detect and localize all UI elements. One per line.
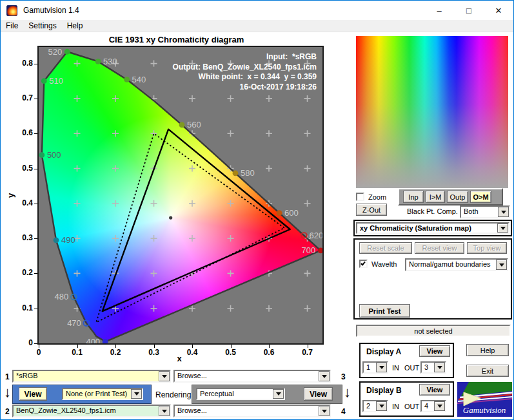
reset-scale-button[interactable]: Reset scale bbox=[359, 242, 412, 254]
grid-mark bbox=[228, 235, 234, 242]
none-print-test-select[interactable]: None (or Print Test) bbox=[62, 388, 143, 400]
wavelth-checkbox-label: Wavelth bbox=[371, 260, 397, 268]
boundaries-select[interactable]: Normal/gamut boundaries bbox=[405, 258, 508, 271]
wavelength-label: 600 bbox=[284, 208, 299, 218]
black-pt-comp-select[interactable]: Both bbox=[460, 205, 510, 218]
grid-mark bbox=[228, 200, 234, 207]
plot-area[interactable]: 4004704804905005105205305405605806006207… bbox=[37, 46, 324, 345]
browse-4-select[interactable]: Browse... bbox=[173, 405, 331, 417]
dropdown-arrow-icon[interactable] bbox=[498, 207, 509, 217]
view-left-button[interactable]: View bbox=[19, 387, 47, 401]
dropdown-arrow-icon[interactable] bbox=[159, 406, 170, 416]
browse-3-select[interactable]: Browse... bbox=[173, 370, 331, 383]
print-test-button[interactable]: Print Test bbox=[359, 304, 410, 318]
gamut-output-monitor bbox=[103, 129, 290, 311]
ticklabel-y: 0.1 bbox=[12, 303, 33, 312]
wavelength-label: 500 bbox=[47, 150, 61, 160]
ticklabel-y: 0.8 bbox=[12, 59, 33, 68]
display-a-view-button[interactable]: View bbox=[419, 345, 450, 357]
dropdown-arrow-icon[interactable] bbox=[159, 371, 170, 381]
display-a-out-select[interactable]: 3 bbox=[420, 361, 446, 374]
input-profile-select[interactable]: *sRGB bbox=[12, 370, 171, 383]
zoom-checkbox[interactable] bbox=[356, 193, 364, 201]
grid-mark bbox=[304, 166, 311, 172]
menu-help[interactable]: Help bbox=[62, 20, 88, 32]
grid-mark bbox=[112, 235, 119, 242]
slot3-number: 3 bbox=[341, 372, 346, 381]
display-b-in-select[interactable]: 2 bbox=[362, 400, 388, 412]
grid-mark bbox=[74, 200, 81, 207]
dropdown-arrow-icon[interactable] bbox=[376, 401, 387, 411]
gamut-input-srgb bbox=[96, 133, 284, 322]
wavelength-dot bbox=[233, 170, 239, 176]
wavelength-label: 480 bbox=[55, 292, 69, 301]
annotation-datetime: 16-Oct-2017 19:18:26 bbox=[173, 82, 317, 93]
wavelength-label: 400 bbox=[86, 337, 100, 343]
ticklabel-y: 0.5 bbox=[12, 164, 33, 173]
o-to-m-button[interactable]: O>M bbox=[470, 191, 491, 203]
display-a-title: Display A bbox=[366, 347, 401, 356]
ticklabel-y: 0.6 bbox=[12, 128, 33, 137]
rendering-intent-select[interactable]: Perceptual bbox=[196, 388, 285, 400]
grid-mark bbox=[304, 130, 311, 137]
i-to-m-button[interactable]: I>M bbox=[426, 191, 445, 203]
white-point-marker bbox=[169, 216, 172, 219]
view-right-button[interactable]: View bbox=[304, 387, 333, 401]
outp-button[interactable]: Outp bbox=[447, 191, 468, 203]
inp-button[interactable]: Inp bbox=[403, 191, 424, 203]
dropdown-arrow-icon[interactable] bbox=[319, 406, 330, 416]
ticklabel-y: 0.3 bbox=[12, 233, 33, 242]
grid-mark bbox=[228, 130, 234, 137]
grid-mark bbox=[151, 130, 157, 137]
status-bar: not selected bbox=[356, 325, 511, 337]
wavelength-label: 620 bbox=[309, 231, 322, 240]
display-a-in-select[interactable]: 1 bbox=[362, 361, 388, 374]
wavelth-checkbox[interactable] bbox=[359, 260, 368, 268]
dropdown-arrow-icon[interactable] bbox=[273, 389, 284, 399]
ticklabel-x: 0.5 bbox=[221, 348, 241, 357]
dropdown-arrow-icon[interactable] bbox=[319, 371, 330, 381]
tickline-y bbox=[34, 204, 37, 204]
display-a-inout-label: IN OUT bbox=[392, 364, 419, 372]
grid-mark bbox=[189, 200, 195, 207]
grid-mark bbox=[151, 235, 157, 242]
wavelength-label: 520 bbox=[48, 47, 63, 57]
chart-title: CIE 1931 xy Chromaticity diagram bbox=[1, 35, 352, 44]
tickline-y bbox=[34, 238, 37, 239]
wavelength-label: 540 bbox=[132, 75, 146, 84]
dropdown-arrow-icon[interactable] bbox=[376, 363, 387, 372]
wavelength-dot bbox=[95, 59, 101, 64]
slot1-number: 1 bbox=[5, 372, 10, 381]
close-icon[interactable]: ✕ bbox=[484, 1, 513, 20]
dropdown-arrow-icon[interactable] bbox=[434, 401, 445, 411]
dropdown-arrow-icon[interactable] bbox=[434, 363, 445, 372]
reset-view-button[interactable]: Reset view bbox=[415, 242, 464, 254]
menu-settings[interactable]: Settings bbox=[23, 20, 61, 32]
grid-mark bbox=[151, 305, 157, 312]
grid-mark bbox=[74, 130, 81, 137]
exit-button[interactable]: Exit bbox=[466, 365, 509, 377]
grid-mark bbox=[304, 270, 311, 276]
output-profile-select[interactable]: BenQ_Zowie_XL2540_fps1.icm bbox=[12, 405, 171, 417]
slot2-number: 2 bbox=[5, 407, 10, 416]
view-mode-select[interactable]: xy Chromaticity (Saturation map) bbox=[356, 222, 509, 234]
maximize-icon[interactable]: □ bbox=[454, 1, 484, 20]
z-out-button[interactable]: Z-Out bbox=[356, 204, 387, 216]
minimize-icon[interactable]: – bbox=[424, 1, 454, 20]
grid-mark bbox=[112, 130, 119, 137]
menu-file[interactable]: File bbox=[1, 20, 23, 32]
ticklabel-x: 0.4 bbox=[183, 348, 202, 357]
black-pt-comp-label: Black Pt. Comp. bbox=[407, 207, 458, 215]
display-b-out-select[interactable]: 4 bbox=[420, 400, 446, 412]
app-window: Gamutvision 1.4 – □ ✕ File Settings Help… bbox=[0, 0, 514, 420]
help-button[interactable]: Help bbox=[466, 344, 509, 356]
wavelength-label: 530 bbox=[103, 57, 117, 66]
ticklabel-x: 0.2 bbox=[106, 348, 125, 357]
down-arrow-icon: ↓ bbox=[4, 386, 11, 399]
top-view-button[interactable]: Top view bbox=[467, 242, 507, 254]
dropdown-arrow-icon[interactable] bbox=[497, 224, 508, 233]
grid-mark bbox=[189, 166, 195, 172]
display-b-view-button[interactable]: View bbox=[419, 384, 450, 396]
dropdown-arrow-icon[interactable] bbox=[496, 260, 507, 270]
dropdown-arrow-icon[interactable] bbox=[131, 389, 142, 399]
